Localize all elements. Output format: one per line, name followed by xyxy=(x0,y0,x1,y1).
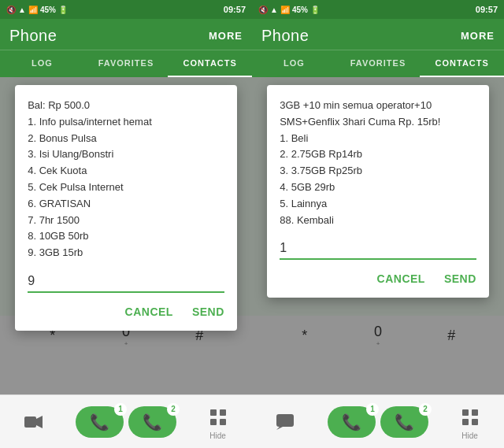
tab-favorites-left[interactable]: FAVORITES xyxy=(84,50,169,77)
status-icons-left: 🔇 ▲ 📶 45% 🔋 xyxy=(6,6,68,14)
dialog-right: 3GB +10 min semua operator+10 SMS+Genfli… xyxy=(267,85,489,298)
left-screen: 🔇 ▲ 📶 45% 🔋 09:57 Phone MORE LOG FAVORIT… xyxy=(0,0,252,448)
dialog-r-line-4: 3. 3.75GB Rp25rb xyxy=(280,163,476,180)
svg-rect-0 xyxy=(24,417,36,428)
phone-icon-1-left: 📞 xyxy=(90,413,109,431)
mute-icon: 🔇 xyxy=(6,6,16,14)
app-title-right: Phone xyxy=(261,27,309,45)
call-button-2-right[interactable]: 📞 2 xyxy=(380,406,428,438)
svg-rect-4 xyxy=(210,419,217,425)
tab-contacts-right[interactable]: CONTACTS xyxy=(420,50,504,77)
dialog-r-line-1: SMS+Genflix 3hari Cuma Rp. 15rb! xyxy=(280,114,476,131)
tab-log-left[interactable]: LOG xyxy=(0,50,84,77)
dialog-r-line-2: 1. Beli xyxy=(280,131,476,147)
app-header-left: Phone MORE xyxy=(0,19,252,50)
dialog-r-line-7: 88. Kembali xyxy=(280,213,476,229)
dialog-content-left: Bal: Rp 500.0 1. Info pulsa/internet hem… xyxy=(28,98,224,261)
phone-icon-1-right: 📞 xyxy=(342,413,361,431)
dialog-input-left[interactable] xyxy=(28,271,224,293)
battery-text-left: 45% xyxy=(40,6,56,14)
tab-log-right[interactable]: LOG xyxy=(252,50,336,77)
app-header-right: Phone MORE xyxy=(252,19,504,50)
dialog-input-right[interactable] xyxy=(280,238,476,260)
tab-contacts-left[interactable]: CONTACTS xyxy=(168,50,252,77)
battery-text-right: 45% xyxy=(292,6,308,14)
right-screen: 🔇 ▲ 📶 45% 🔋 09:57 Phone MORE LOG FAVORIT… xyxy=(252,0,504,448)
hide-label-right: Hide xyxy=(461,431,478,440)
svg-marker-7 xyxy=(276,427,283,430)
dialog-overlay-right: 3GB +10 min semua operator+10 SMS+Genfli… xyxy=(252,77,504,394)
dialog-line-8: 8. 10GB 50rb xyxy=(28,228,224,245)
call-button-2-left[interactable]: 📞 2 xyxy=(128,406,176,438)
hide-label-left: Hide xyxy=(209,431,226,440)
call-button-1-right[interactable]: 📞 1 xyxy=(328,406,376,438)
svg-rect-3 xyxy=(220,409,226,416)
dialog-overlay-left: Bal: Rp 500.0 1. Info pulsa/internet hem… xyxy=(0,77,252,394)
dialog-buttons-right: CANCEL SEND xyxy=(280,269,476,288)
status-icons-right: 🔇 ▲ 📶 45% 🔋 xyxy=(258,6,320,14)
dialog-content-right: 3GB +10 min semua operator+10 SMS+Genfli… xyxy=(280,98,476,228)
more-button-left[interactable]: MORE xyxy=(209,30,243,42)
signal-icon-right: ▲ xyxy=(270,6,278,14)
bottom-bar-right: 📞 1 📞 2 Hide xyxy=(252,394,504,448)
badge-2-right: 2 xyxy=(419,403,432,416)
wifi-icon: 📶 xyxy=(28,6,38,14)
dialog-line-5: 5. Cek Pulsa Internet xyxy=(28,180,224,196)
battery-icon-left: 🔋 xyxy=(58,6,68,14)
send-button-right[interactable]: SEND xyxy=(444,269,476,288)
mute-icon-right: 🔇 xyxy=(258,6,268,14)
signal-icon: ▲ xyxy=(18,6,26,14)
more-button-right[interactable]: MORE xyxy=(461,30,495,42)
badge-1-left: 1 xyxy=(114,403,127,416)
dialog-r-line-3: 2. 2.75GB Rp14rb xyxy=(280,146,476,163)
dialog-line-3: 3. Isi Ulang/Bonstri xyxy=(28,146,224,163)
phone-icon-2-right: 📞 xyxy=(395,413,414,431)
dialog-line-9: 9. 3GB 15rb xyxy=(28,245,224,261)
svg-rect-2 xyxy=(210,409,217,416)
status-bar-right: 🔇 ▲ 📶 45% 🔋 09:57 xyxy=(252,0,504,19)
tabs-right: LOG FAVORITES CONTACTS xyxy=(252,50,504,77)
dialog-line-6: 6. GRATISAN xyxy=(28,196,224,213)
call-button-1-left[interactable]: 📞 1 xyxy=(76,406,124,438)
status-bar-left: 🔇 ▲ 📶 45% 🔋 09:57 xyxy=(0,0,252,19)
svg-rect-6 xyxy=(276,414,294,427)
time-left: 09:57 xyxy=(224,5,246,14)
badge-2-left: 2 xyxy=(167,403,180,416)
badge-1-right: 1 xyxy=(366,403,379,416)
main-content-right: * 0 + # 3GB +10 min semua operator+10 SM… xyxy=(252,77,504,394)
dialog-line-2: 2. Bonus Pulsa xyxy=(28,131,224,147)
svg-rect-9 xyxy=(472,409,478,416)
cancel-button-right[interactable]: CANCEL xyxy=(377,269,425,288)
dialog-line-1: 1. Info pulsa/internet hemat xyxy=(28,114,224,131)
dialog-r-line-5: 4. 5GB 29rb xyxy=(280,180,476,196)
dialog-left: Bal: Rp 500.0 1. Info pulsa/internet hem… xyxy=(15,85,237,331)
tabs-left: LOG FAVORITES CONTACTS xyxy=(0,50,252,77)
wifi-icon-right: 📶 xyxy=(280,6,290,14)
grid-icon-left[interactable] xyxy=(204,403,232,431)
dialog-line-4: 4. Cek Kuota xyxy=(28,163,224,180)
dialog-r-line-6: 5. Lainnya xyxy=(280,196,476,213)
phone-icon-2-left: 📞 xyxy=(143,413,162,431)
svg-rect-8 xyxy=(462,409,469,416)
message-icon-right[interactable] xyxy=(272,408,300,436)
tab-favorites-right[interactable]: FAVORITES xyxy=(336,50,421,77)
dialog-line-0: Bal: Rp 500.0 xyxy=(28,98,224,114)
cancel-button-left[interactable]: CANCEL xyxy=(125,302,173,321)
svg-rect-5 xyxy=(220,419,226,425)
svg-rect-10 xyxy=(462,419,469,425)
svg-rect-11 xyxy=(472,419,478,425)
dialog-buttons-left: CANCEL SEND xyxy=(28,302,224,321)
main-content-left: * 0 + # Bal: Rp 500.0 1. Info pulsa/inte… xyxy=(0,77,252,394)
svg-marker-1 xyxy=(36,416,43,428)
app-title-left: Phone xyxy=(9,27,57,45)
send-button-left[interactable]: SEND xyxy=(192,302,224,321)
bottom-bar-left: 📞 1 📞 2 Hide xyxy=(0,394,252,448)
dialog-line-7: 7. 7hr 1500 xyxy=(28,213,224,229)
time-right: 09:57 xyxy=(476,5,498,14)
video-icon-left[interactable] xyxy=(20,408,48,436)
dialog-r-line-0: 3GB +10 min semua operator+10 xyxy=(280,98,476,114)
battery-icon-right: 🔋 xyxy=(310,6,320,14)
grid-icon-right[interactable] xyxy=(456,403,484,431)
